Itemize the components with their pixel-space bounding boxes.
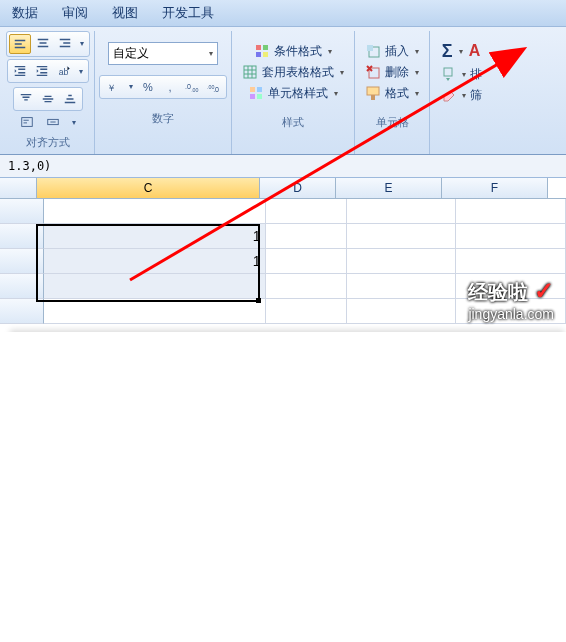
conditional-formatting-button[interactable]: 条件格式 ▾ [250, 42, 336, 61]
number-format-select[interactable]: 自定义 ▾ [108, 42, 218, 65]
format-as-table-button[interactable]: 套用表格格式 ▾ [238, 63, 348, 82]
cell[interactable] [347, 274, 457, 299]
wrap-text-icon[interactable] [17, 111, 37, 133]
tab-view[interactable]: 视图 [112, 4, 138, 22]
chevron-down-icon: ▾ [415, 89, 419, 98]
fill-down-icon [440, 66, 456, 82]
column-header[interactable]: C [37, 178, 260, 198]
sort-partial-label: 排 [470, 66, 482, 83]
svg-rect-9 [263, 45, 268, 50]
dropdown-icon[interactable]: ▾ [69, 113, 79, 131]
row-header[interactable] [0, 199, 44, 224]
cell[interactable] [266, 224, 347, 249]
cell[interactable] [347, 224, 457, 249]
dropdown-icon[interactable]: ▾ [76, 62, 86, 80]
align-center-icon[interactable] [33, 34, 53, 52]
indent-decrease-icon[interactable] [10, 62, 30, 80]
tab-developer[interactable]: 开发工具 [162, 4, 214, 22]
align-left-icon[interactable] [9, 34, 31, 54]
column-headers-1: CDEF [0, 178, 566, 199]
cell[interactable] [347, 249, 457, 274]
table-format-icon [242, 64, 258, 80]
cell-styles-button[interactable]: 单元格样式 ▾ [244, 84, 342, 103]
svg-rect-14 [257, 87, 262, 92]
row-header[interactable] [0, 299, 44, 324]
cell[interactable] [266, 199, 347, 224]
svg-rect-13 [250, 87, 255, 92]
insert-button[interactable]: 插入 ▾ [361, 42, 423, 61]
svg-rect-21 [371, 95, 375, 100]
chevron-down-icon: ▾ [334, 89, 338, 98]
svg-rect-11 [263, 52, 268, 57]
dropdown-icon[interactable]: ▾ [126, 78, 136, 96]
delete-label: 删除 [385, 64, 409, 81]
delete-button[interactable]: 删除 ▾ [361, 63, 423, 82]
chevron-down-icon: ▾ [415, 68, 419, 77]
editing-group: Σ ▾ A ▾ 排 ▾ 筛 [430, 31, 492, 154]
cell[interactable] [44, 199, 266, 224]
svg-rect-8 [256, 45, 261, 50]
chevron-down-icon: ▾ [340, 68, 344, 77]
align-middle-icon[interactable] [38, 90, 58, 108]
insert-label: 插入 [385, 43, 409, 60]
cell-styles-icon [248, 85, 264, 101]
align-top-icon[interactable] [16, 90, 36, 108]
row-header-gutter [0, 178, 37, 198]
clear-button[interactable]: ▾ 筛 [436, 86, 486, 105]
percent-icon[interactable]: % [138, 78, 158, 96]
column-header[interactable]: E [336, 178, 442, 198]
format-button[interactable]: 格式 ▾ [361, 84, 423, 103]
currency-icon[interactable]: ￥ [102, 78, 124, 96]
alignment-group: ▾ ab ▾ [2, 31, 95, 154]
chevron-down-icon: ▾ [209, 49, 213, 58]
column-header[interactable]: F [442, 178, 548, 198]
tab-review[interactable]: 审阅 [62, 4, 88, 22]
dropdown-icon[interactable]: ▾ [77, 34, 87, 52]
svg-rect-18 [367, 45, 373, 51]
svg-rect-12 [244, 66, 256, 78]
cell[interactable] [266, 249, 347, 274]
cell[interactable] [266, 274, 347, 299]
cell[interactable] [44, 274, 266, 299]
decrease-decimal-icon[interactable]: .00.0 [204, 78, 224, 96]
cell[interactable] [347, 199, 457, 224]
formula-text-1: 1.3,0) [8, 159, 51, 173]
fill-button[interactable]: ▾ 排 [436, 65, 486, 84]
cell[interactable]: 1 [44, 249, 266, 274]
merge-center-icon[interactable] [43, 111, 63, 133]
orientation-icon[interactable]: ab [54, 62, 74, 80]
formula-bar-1[interactable]: 1.3,0) [0, 155, 566, 178]
format-as-table-label: 套用表格格式 [262, 64, 334, 81]
tab-data[interactable]: 数据 [12, 4, 38, 22]
cell[interactable] [347, 299, 457, 324]
align-bottom-icon[interactable] [60, 90, 80, 108]
cell[interactable]: 1 [44, 224, 266, 249]
cell[interactable] [456, 249, 566, 274]
cell[interactable] [456, 224, 566, 249]
cells-group: 插入 ▾ 删除 ▾ 格式 ▾ 单元格 [355, 31, 430, 154]
conditional-formatting-icon [254, 43, 270, 59]
comma-icon[interactable]: , [160, 78, 180, 96]
row-header[interactable] [0, 224, 44, 249]
column-header[interactable]: D [260, 178, 336, 198]
styles-group: 条件格式 ▾ 套用表格格式 ▾ 单元格样式 ▾ [232, 31, 355, 154]
ribbon-1: ▾ ab ▾ [0, 27, 566, 155]
svg-rect-20 [367, 87, 379, 95]
format-icon [365, 85, 381, 101]
increase-decimal-icon[interactable]: .0.00 [182, 78, 202, 96]
watermark-url: jingyanla.com [468, 306, 554, 322]
cell[interactable] [456, 199, 566, 224]
align-right-icon[interactable] [55, 34, 75, 52]
cell[interactable] [266, 299, 347, 324]
autosum-button[interactable]: Σ ▾ A [438, 40, 484, 63]
svg-rect-16 [257, 94, 262, 99]
insert-icon [365, 43, 381, 59]
chevron-down-icon: ▾ [462, 70, 466, 79]
row-header[interactable] [0, 274, 44, 299]
row-header[interactable] [0, 249, 44, 274]
cell[interactable] [44, 299, 266, 324]
indent-increase-icon[interactable] [32, 62, 52, 80]
watermark: 经验啦 ✓ jingyanla.com [468, 277, 554, 322]
cell-styles-label: 单元格样式 [268, 85, 328, 102]
svg-text:.00: .00 [191, 87, 198, 93]
